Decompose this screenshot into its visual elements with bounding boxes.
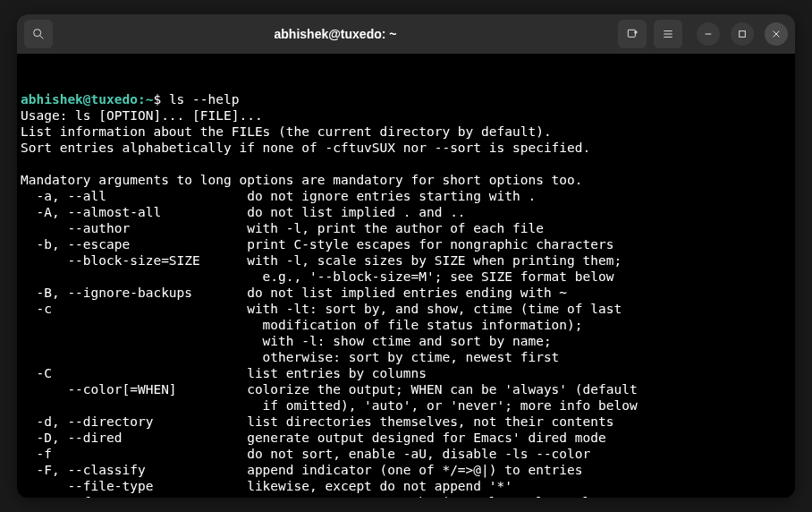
command-text: ls --help — [169, 92, 240, 107]
output-line: --color[=WHEN] colorize the output; WHEN… — [21, 381, 791, 397]
minimize-button[interactable] — [697, 22, 720, 46]
menu-button[interactable] — [654, 20, 682, 48]
output-line: Usage: ls [OPTION]... [FILE]... — [21, 107, 791, 124]
terminal-content[interactable]: abhishek@tuxedo:~$ ls --helpUsage: ls [O… — [17, 54, 795, 498]
output-line: -c with -lt: sort by, and show, ctime (t… — [21, 301, 791, 317]
output-line: -b, --escape print C-style escapes for n… — [21, 236, 791, 252]
output-line: -a, --all do not ignore entries starting… — [21, 188, 791, 204]
output-line: modification of file status information)… — [21, 317, 791, 333]
output-line: -B, --ignore-backups do not list implied… — [21, 285, 791, 301]
output-line: -F, --classify append indicator (one of … — [21, 462, 791, 478]
output-line: if omitted), 'auto', or 'never'; more in… — [21, 397, 791, 414]
output-line: --block-size=SIZE with -l, scale sizes b… — [21, 252, 791, 269]
output-line: --file-type likewise, except do not appe… — [21, 478, 791, 494]
output-line: -d, --directory list directories themsel… — [21, 414, 791, 430]
maximize-button[interactable] — [731, 22, 754, 46]
svg-rect-2 — [628, 30, 635, 37]
output-line: otherwise: sort by ctime, newest first — [21, 349, 791, 365]
terminal-window: abhishek@tuxedo: ~ abhishek@tuxed — [17, 14, 795, 498]
output-line: List information about the FILEs (the cu… — [21, 124, 791, 140]
new-tab-icon — [625, 27, 639, 41]
output-line: -A, --almost-all do not list implied . a… — [21, 204, 791, 220]
svg-point-0 — [34, 30, 41, 37]
prompt-user: abhishek@tuxedo:~ — [21, 92, 153, 107]
titlebar: abhishek@tuxedo: ~ — [17, 14, 795, 54]
close-button[interactable] — [765, 22, 788, 46]
hamburger-icon — [661, 27, 675, 41]
close-icon — [769, 27, 783, 41]
new-tab-button[interactable] — [618, 20, 647, 48]
output-line: -D, --dired generate output designed for… — [21, 430, 791, 446]
prompt-symbol: $ — [153, 92, 161, 107]
output-line — [21, 156, 791, 172]
minimize-icon — [701, 27, 715, 41]
search-button[interactable] — [24, 20, 53, 48]
output-line: Sort entries alphabetically if none of -… — [21, 140, 791, 156]
output-block: Usage: ls [OPTION]... [FILE]...List info… — [21, 107, 791, 498]
prompt-line: abhishek@tuxedo:~$ ls --help — [21, 91, 791, 107]
output-line: with -l: show ctime and sort by name; — [21, 333, 791, 349]
output-line: Mandatory arguments to long options are … — [21, 172, 791, 188]
output-line: --format=WORD across -x, commas -m, hori… — [21, 494, 791, 498]
output-line: -f do not sort, enable -aU, disable -ls … — [21, 446, 791, 462]
output-line: --author with -l, print the author of ea… — [21, 220, 791, 236]
svg-line-1 — [40, 36, 43, 38]
maximize-icon — [735, 27, 749, 41]
output-line: e.g., '--block-size=M'; see SIZE format … — [21, 269, 791, 285]
window-title: abhishek@tuxedo: ~ — [60, 27, 611, 41]
svg-rect-9 — [740, 31, 746, 38]
output-line: -C list entries by columns — [21, 365, 791, 381]
search-icon — [31, 27, 46, 41]
